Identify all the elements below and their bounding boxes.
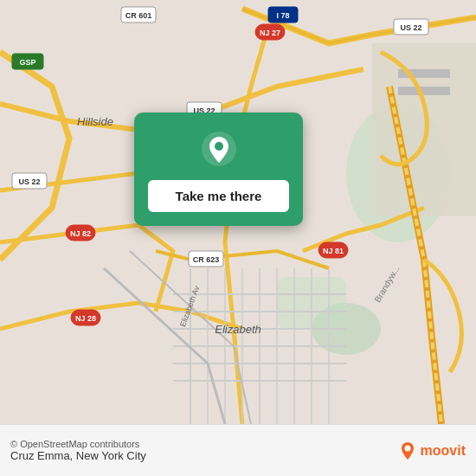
svg-text:US 22: US 22	[18, 177, 40, 186]
svg-text:GSP: GSP	[19, 58, 35, 67]
attribution-text: © OpenStreetMap contributors	[10, 439, 146, 449]
location-pin-icon	[200, 130, 238, 168]
svg-text:Elizabeth: Elizabeth	[215, 323, 261, 336]
location-info: © OpenStreetMap contributors Cruz Emma, …	[10, 439, 146, 462]
moovit-pin-icon	[397, 441, 418, 461]
moovit-text: moovit	[421, 443, 466, 459]
svg-text:NJ 27: NJ 27	[260, 29, 280, 37]
moovit-logo: moovit	[397, 441, 466, 461]
location-label: Cruz Emma, New York City	[10, 449, 146, 462]
svg-point-35	[215, 142, 223, 151]
svg-text:NJ 81: NJ 81	[323, 247, 344, 255]
svg-rect-6	[398, 87, 450, 95]
svg-point-36	[404, 445, 410, 451]
svg-text:CR 623: CR 623	[193, 255, 220, 264]
bottom-bar: © OpenStreetMap contributors Cruz Emma, …	[0, 424, 476, 476]
svg-text:US 22: US 22	[400, 23, 421, 32]
svg-text:I 78: I 78	[276, 11, 289, 20]
take-me-there-button[interactable]: Take me there	[148, 180, 289, 212]
svg-text:Hillside: Hillside	[77, 115, 113, 128]
svg-text:CR 601: CR 601	[125, 11, 152, 20]
map-container: CR 601 I 78 US 22 GSP NJ 27 US 22 NJ 82 …	[0, 0, 476, 424]
svg-text:NJ 28: NJ 28	[75, 314, 96, 323]
location-card: Take me there	[134, 113, 303, 226]
svg-text:NJ 82: NJ 82	[70, 229, 91, 238]
